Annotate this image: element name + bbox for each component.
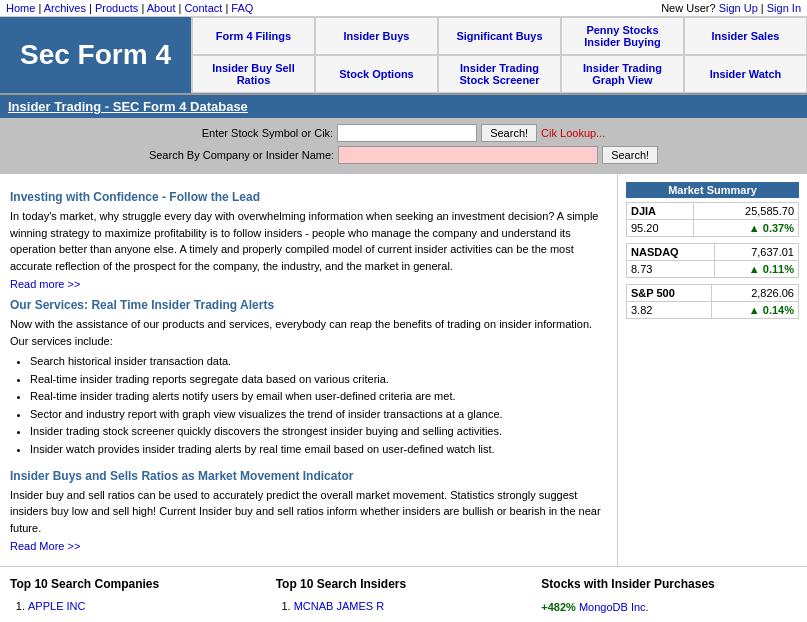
nav-form4-filings[interactable]: Form 4 Filings (192, 17, 315, 55)
market-djia-change-row: 95.20 ▲ 0.37% (627, 220, 799, 237)
top10-companies-col: Top 10 Search Companies APPLE INC Facebo… (10, 577, 266, 622)
bullet-2: Real-time insider trading reports segreg… (30, 371, 607, 389)
list-item: Facebook Inc (28, 617, 266, 622)
nasdaq-sub: 8.73 (627, 261, 715, 278)
company-link-1[interactable]: APPLE INC (28, 600, 85, 612)
heading-investing: Investing with Confidence - Follow the L… (10, 190, 607, 204)
new-user-text: New User? (661, 2, 715, 14)
nav-significant-buys[interactable]: Significant Buys (438, 17, 561, 55)
search1-button[interactable]: Search! (481, 124, 537, 142)
bullet-5: Insider trading stock screener quickly d… (30, 423, 607, 441)
products-link[interactable]: Products (95, 2, 138, 14)
top-bar-left: Home | Archives | Products | About | Con… (6, 2, 253, 14)
home-link[interactable]: Home (6, 2, 35, 14)
market-sp500-change-row: 3.82 ▲ 0.14% (627, 302, 799, 319)
search-row-1: Enter Stock Symbol or Cik: Search! Cik L… (10, 124, 797, 142)
logo: Sec Form 4 (0, 17, 191, 93)
heading-ratios: Insider Buys and Sells Ratios as Market … (10, 469, 607, 483)
nav-stock-options[interactable]: Stock Options (315, 55, 438, 93)
faq-link[interactable]: FAQ (231, 2, 253, 14)
nasdaq-label: NASDAQ (627, 244, 715, 261)
readmore1-link[interactable]: Read more >> (10, 278, 607, 290)
top10-companies-list: APPLE INC Facebook Inc NETFLIX INC GENER… (28, 597, 266, 622)
list-item: +215% Enphase Energy Inc. (541, 618, 797, 622)
top10-companies-heading: Top 10 Search Companies (10, 577, 266, 591)
bottom-section: Top 10 Search Companies APPLE INC Facebo… (0, 566, 807, 622)
sp500-value: 2,826.06 (711, 285, 798, 302)
market-djia-row: DJIA 25,585.70 (627, 203, 799, 220)
bullet-6: Insider watch provides insider trading a… (30, 441, 607, 459)
nav-stock-screener[interactable]: Insider TradingStock Screener (438, 55, 561, 93)
archives-link[interactable]: Archives (44, 2, 86, 14)
top10-insiders-list: MCNAB JAMES R Duesenberg Mark Hugo FROST… (294, 597, 532, 622)
search2-input[interactable] (338, 146, 598, 164)
contact-link[interactable]: Contact (184, 2, 222, 14)
djia-label: DJIA (627, 203, 694, 220)
stocks-insider-col: Stocks with Insider Purchases +482% Mong… (541, 577, 797, 622)
nav-penny-stocks[interactable]: Penny StocksInsider Buying (561, 17, 684, 55)
insider-link-1[interactable]: MCNAB JAMES R (294, 600, 384, 612)
top10-insiders-heading: Top 10 Search Insiders (276, 577, 532, 591)
stocks-insider-heading: Stocks with Insider Purchases (541, 577, 797, 591)
search2-button[interactable]: Search! (602, 146, 658, 164)
body-ratios: Insider buy and sell ratios can be used … (10, 487, 607, 537)
search1-label: Enter Stock Symbol or Cik: (202, 127, 333, 139)
signin-link[interactable]: Sign In (767, 2, 801, 14)
heading-services: Our Services: Real Time Insider Trading … (10, 298, 607, 312)
search-row-2: Search By Company or Insider Name: Searc… (10, 146, 797, 164)
search1-input[interactable] (337, 124, 477, 142)
nav-graph-view[interactable]: Insider TradingGraph View (561, 55, 684, 93)
bullet-3: Real-time insider trading alerts notify … (30, 388, 607, 406)
market-nasdaq-change-row: 8.73 ▲ 0.11% (627, 261, 799, 278)
stock-link-1[interactable]: MongoDB Inc. (579, 601, 649, 613)
page-title-bar: Insider Trading - SEC Form 4 Database (0, 95, 807, 118)
bullet-4: Sector and industry report with graph vi… (30, 406, 607, 424)
bullet-1: Search historical insider transaction da… (30, 353, 607, 371)
body-services: Now with the assistance of our products … (10, 316, 607, 349)
market-table: DJIA 25,585.70 95.20 ▲ 0.37% (626, 202, 799, 237)
nav-insider-sales[interactable]: Insider Sales (684, 17, 807, 55)
readmore2-link[interactable]: Read More >> (10, 540, 607, 552)
sp500-label: S&P 500 (627, 285, 712, 302)
cik-lookup-link[interactable]: Cik Lookup... (541, 127, 605, 139)
list-item: APPLE INC (28, 597, 266, 617)
top-bar: Home | Archives | Products | About | Con… (0, 0, 807, 17)
about-link[interactable]: About (147, 2, 176, 14)
content-left: Investing with Confidence - Follow the L… (0, 174, 617, 566)
stocks-insider-list: +482% MongoDB Inc. +215% Enphase Energy … (541, 597, 797, 622)
list-item: MCNAB JAMES R (294, 597, 532, 617)
sp500-change: ▲ 0.14% (711, 302, 798, 319)
main-content: Investing with Confidence - Follow the L… (0, 174, 807, 566)
search-area: Enter Stock Symbol or Cik: Search! Cik L… (0, 118, 807, 174)
signup-link[interactable]: Sign Up (719, 2, 758, 14)
nasdaq-value: 7,637.01 (714, 244, 798, 261)
top10-insiders-col: Top 10 Search Insiders MCNAB JAMES R Due… (276, 577, 532, 622)
top-bar-right: New User? Sign Up | Sign In (661, 2, 801, 14)
page-title-link[interactable]: Insider Trading - SEC Form 4 Database (8, 99, 248, 114)
navigation: Form 4 Filings Insider Buys Significant … (191, 17, 807, 93)
services-list: Search historical insider transaction da… (30, 353, 607, 459)
djia-change: ▲ 0.37% (693, 220, 799, 237)
header: Sec Form 4 Form 4 Filings Insider Buys S… (0, 17, 807, 95)
market-summary: Market Summary DJIA 25,585.70 95.20 ▲ 0.… (617, 174, 807, 566)
logo-text: Sec Form 4 (20, 40, 171, 71)
stock-pct-1: +482% (541, 601, 576, 613)
nav-buy-sell-ratios[interactable]: Insider Buy Sell Ratios (192, 55, 315, 93)
search2-label: Search By Company or Insider Name: (149, 149, 334, 161)
sp500-sub: 3.82 (627, 302, 712, 319)
market-nasdaq-row: NASDAQ 7,637.01 (627, 244, 799, 261)
nasdaq-change: ▲ 0.11% (714, 261, 798, 278)
nav-insider-buys[interactable]: Insider Buys (315, 17, 438, 55)
market-sp500-row: S&P 500 2,826.06 (627, 285, 799, 302)
market-nasdaq-table: NASDAQ 7,637.01 8.73 ▲ 0.11% (626, 243, 799, 278)
market-sp500-table: S&P 500 2,826.06 3.82 ▲ 0.14% (626, 284, 799, 319)
list-item: Duesenberg Mark Hugo (294, 617, 532, 622)
body-investing: In today's market, why struggle every da… (10, 208, 607, 274)
djia-value: 25,585.70 (693, 203, 799, 220)
list-item: +482% MongoDB Inc. (541, 597, 797, 618)
market-summary-title: Market Summary (626, 182, 799, 198)
djia-sub: 95.20 (627, 220, 694, 237)
nav-insider-watch[interactable]: Insider Watch (684, 55, 807, 93)
